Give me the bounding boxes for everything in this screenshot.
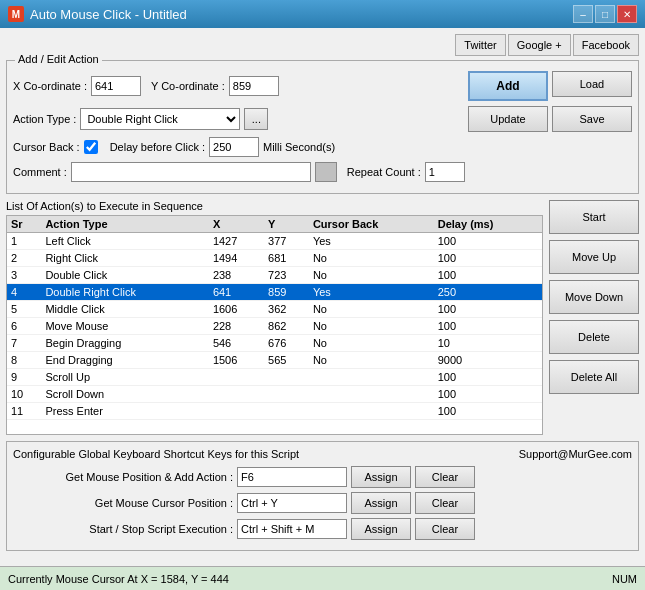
- table-cell-type: Scroll Up: [41, 369, 208, 386]
- action-table-container[interactable]: Sr Action Type X Y Cursor Back Delay (ms…: [6, 215, 543, 435]
- delay-input[interactable]: [209, 137, 259, 157]
- table-cell-delay: 100: [434, 369, 542, 386]
- table-cell-delay: 9000: [434, 352, 542, 369]
- table-cell-cursorBack: [309, 369, 434, 386]
- shortcut-rows-container: Get Mouse Position & Add Action :AssignC…: [13, 466, 632, 540]
- delete-button[interactable]: Delete: [549, 320, 639, 354]
- table-cell-type: Double Click: [41, 267, 208, 284]
- table-row[interactable]: 7Begin Dragging546676No10: [7, 335, 542, 352]
- shortcut-input-2[interactable]: [237, 519, 347, 539]
- assign-button-2[interactable]: Assign: [351, 518, 411, 540]
- shortcut-row-2: Start / Stop Script Execution :AssignCle…: [13, 518, 632, 540]
- action-type-label: Action Type :: [13, 113, 76, 125]
- x-input[interactable]: [91, 76, 141, 96]
- assign-button-1[interactable]: Assign: [351, 492, 411, 514]
- google-plus-button[interactable]: Google +: [508, 34, 571, 56]
- update-button[interactable]: Update: [468, 106, 548, 132]
- twitter-button[interactable]: Twitter: [455, 34, 505, 56]
- clear-button-0[interactable]: Clear: [415, 466, 475, 488]
- comment-label: Comment :: [13, 166, 67, 178]
- title-bar-left: M Auto Mouse Click - Untitled: [8, 6, 187, 22]
- social-buttons: Twitter Google + Facebook: [455, 34, 639, 56]
- side-buttons: Start Move Up Move Down Delete Delete Al…: [549, 200, 639, 394]
- app-icon: M: [8, 6, 24, 22]
- color-picker-button[interactable]: [315, 162, 337, 182]
- table-cell-y: 862: [264, 318, 309, 335]
- table-cell-cursorBack: No: [309, 267, 434, 284]
- y-label: Y Co-ordinate :: [151, 80, 225, 92]
- assign-button-0[interactable]: Assign: [351, 466, 411, 488]
- add-button[interactable]: Add: [468, 71, 548, 101]
- table-cell-delay: 100: [434, 301, 542, 318]
- shortcut-input-1[interactable]: [237, 493, 347, 513]
- title-bar: M Auto Mouse Click - Untitled – □ ✕: [0, 0, 645, 28]
- move-down-button[interactable]: Move Down: [549, 280, 639, 314]
- table-cell-y: 565: [264, 352, 309, 369]
- table-cell-y: 676: [264, 335, 309, 352]
- delay-label: Delay before Click :: [110, 141, 205, 153]
- table-cell-delay: 100: [434, 403, 542, 420]
- table-cell-x: 546: [209, 335, 264, 352]
- table-cell-delay: 100: [434, 386, 542, 403]
- table-header-row: Sr Action Type X Y Cursor Back Delay (ms…: [7, 216, 542, 233]
- cursor-back-checkbox[interactable]: [84, 140, 98, 154]
- table-cell-delay: 100: [434, 267, 542, 284]
- comment-row: Comment : Repeat Count :: [13, 162, 632, 182]
- table-cell-x: [209, 369, 264, 386]
- table-row[interactable]: 2Right Click1494681No100: [7, 250, 542, 267]
- table-cell-sr: 3: [7, 267, 41, 284]
- y-input[interactable]: [229, 76, 279, 96]
- support-text: Support@MurGee.com: [519, 448, 632, 460]
- window-title: Auto Mouse Click - Untitled: [30, 7, 187, 22]
- table-cell-sr: 7: [7, 335, 41, 352]
- clear-button-1[interactable]: Clear: [415, 492, 475, 514]
- table-row[interactable]: 11Press Enter100: [7, 403, 542, 420]
- table-cell-cursorBack: No: [309, 352, 434, 369]
- table-cell-x: 1427: [209, 233, 264, 250]
- comment-input[interactable]: [71, 162, 311, 182]
- repeat-input[interactable]: [425, 162, 465, 182]
- table-row[interactable]: 10Scroll Down100: [7, 386, 542, 403]
- load-button[interactable]: Load: [552, 71, 632, 97]
- close-button[interactable]: ✕: [617, 5, 637, 23]
- repeat-label: Repeat Count :: [347, 166, 421, 178]
- maximize-button[interactable]: □: [595, 5, 615, 23]
- table-cell-delay: 250: [434, 284, 542, 301]
- table-cell-y: 681: [264, 250, 309, 267]
- start-button[interactable]: Start: [549, 200, 639, 234]
- table-cell-delay: 100: [434, 250, 542, 267]
- table-cell-cursorBack: [309, 386, 434, 403]
- table-cell-y: [264, 386, 309, 403]
- table-cell-cursorBack: Yes: [309, 233, 434, 250]
- clear-button-2[interactable]: Clear: [415, 518, 475, 540]
- save-button[interactable]: Save: [552, 106, 632, 132]
- table-cell-type: Move Mouse: [41, 318, 208, 335]
- facebook-button[interactable]: Facebook: [573, 34, 639, 56]
- table-cell-sr: 6: [7, 318, 41, 335]
- cursor-back-label: Cursor Back :: [13, 141, 80, 153]
- table-row[interactable]: 1Left Click1427377Yes100: [7, 233, 542, 250]
- misc-button[interactable]: ...: [244, 108, 268, 130]
- shortcut-label-2: Start / Stop Script Execution :: [13, 523, 233, 535]
- mouse-position: Currently Mouse Cursor At X = 1584, Y = …: [8, 573, 229, 585]
- table-cell-y: 723: [264, 267, 309, 284]
- group-title: Add / Edit Action: [15, 53, 102, 65]
- col-sr: Sr: [7, 216, 41, 233]
- table-row[interactable]: 9Scroll Up100: [7, 369, 542, 386]
- action-table-body: 1Left Click1427377Yes1002Right Click1494…: [7, 233, 542, 420]
- minimize-button[interactable]: –: [573, 5, 593, 23]
- shortcut-input-0[interactable]: [237, 467, 347, 487]
- table-cell-sr: 1: [7, 233, 41, 250]
- table-row[interactable]: 5Middle Click1606362No100: [7, 301, 542, 318]
- shortcut-label-0: Get Mouse Position & Add Action :: [13, 471, 233, 483]
- table-row[interactable]: 6Move Mouse228862No100: [7, 318, 542, 335]
- col-action-type: Action Type: [41, 216, 208, 233]
- cursor-delay-row: Cursor Back : Delay before Click : Milli…: [13, 137, 632, 157]
- move-up-button[interactable]: Move Up: [549, 240, 639, 274]
- table-row[interactable]: 8End Dragging1506565No9000: [7, 352, 542, 369]
- table-row[interactable]: 4Double Right Click641859Yes250: [7, 284, 542, 301]
- table-row[interactable]: 3Double Click238723No100: [7, 267, 542, 284]
- delete-all-button[interactable]: Delete All: [549, 360, 639, 394]
- action-type-select[interactable]: Double Right Click Left Click Right Clic…: [80, 108, 240, 130]
- table-cell-y: 362: [264, 301, 309, 318]
